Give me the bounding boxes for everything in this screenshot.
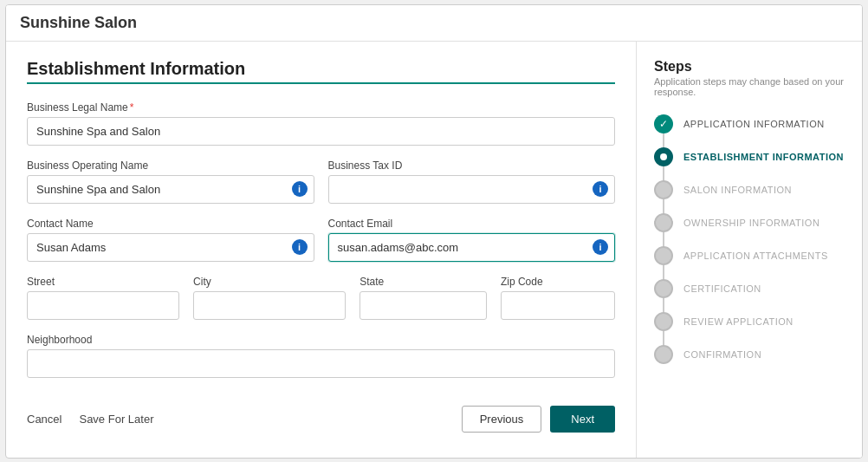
step-label-review-application: REVIEW APPLICATION bbox=[683, 316, 794, 327]
step-label-salon-information: SALON INFORMATION bbox=[683, 185, 792, 195]
business-legal-name-group: Business Legal Name* bbox=[27, 101, 615, 146]
state-label: State bbox=[360, 276, 487, 288]
state-group: State bbox=[360, 276, 487, 320]
step-item-confirmation: CONFIRMATION bbox=[654, 345, 845, 364]
state-wrapper bbox=[360, 291, 487, 320]
business-legal-name-wrapper bbox=[27, 117, 615, 146]
business-operating-name-group: Business Operating Name i bbox=[27, 159, 314, 204]
step-label-application-attachments: APPLICATION ATTACHMENTS bbox=[683, 251, 828, 261]
zip-wrapper bbox=[501, 291, 615, 320]
business-tax-id-group: Business Tax ID i bbox=[328, 159, 616, 204]
step-item-salon-information: SALON INFORMATION bbox=[654, 180, 845, 199]
step-label-application-information: APPLICATION INFORMATION bbox=[683, 119, 825, 129]
main-layout: Establishment Information Business Legal… bbox=[6, 42, 862, 458]
step-circle-review-application bbox=[654, 312, 673, 331]
top-bar: Sunshine Salon bbox=[6, 5, 862, 42]
row-contact: Contact Name i Contact Email i bbox=[27, 218, 615, 262]
business-tax-id-input[interactable] bbox=[328, 175, 616, 204]
business-tax-id-label: Business Tax ID bbox=[328, 159, 616, 172]
contact-email-wrapper: i bbox=[328, 233, 616, 262]
zip-label: Zip Code bbox=[501, 276, 615, 288]
footer-left: Cancel Save For Later bbox=[27, 413, 153, 426]
step-circle-establishment-information bbox=[654, 147, 673, 166]
salon-name: Sunshine Salon bbox=[20, 14, 137, 31]
form-title: Establishment Information bbox=[27, 59, 615, 79]
form-area: Establishment Information Business Legal… bbox=[6, 42, 637, 458]
step-label-ownership-information: OWNERSHIP INFORMATION bbox=[683, 218, 819, 228]
street-input[interactable] bbox=[27, 291, 179, 320]
form-divider bbox=[27, 82, 615, 84]
street-group: Street bbox=[27, 276, 179, 320]
business-legal-name-input[interactable] bbox=[27, 117, 615, 146]
step-label-confirmation: CONFIRMATION bbox=[683, 349, 761, 360]
step-circle-application-attachments bbox=[654, 246, 673, 265]
row-operating-tax: Business Operating Name i Business Tax I… bbox=[27, 159, 615, 204]
contact-email-label: Contact Email bbox=[328, 218, 616, 230]
step-item-establishment-information: ESTABLISHMENT INFORMATION bbox=[654, 147, 845, 166]
business-operating-name-info-icon[interactable]: i bbox=[292, 181, 308, 197]
business-operating-name-input[interactable] bbox=[27, 175, 314, 204]
city-group: City bbox=[193, 276, 346, 320]
step-item-review-application: REVIEW APPLICATION bbox=[654, 312, 845, 331]
main-window: Sunshine Salon Establishment Information… bbox=[5, 4, 863, 459]
business-tax-id-wrapper: i bbox=[328, 175, 616, 204]
contact-name-group: Contact Name i bbox=[27, 218, 314, 262]
row-address: Street City State bbox=[27, 276, 615, 320]
neighborhood-group: Neighborhood bbox=[27, 334, 615, 378]
save-for-later-button[interactable]: Save For Later bbox=[79, 413, 153, 426]
business-operating-name-wrapper: i bbox=[27, 175, 314, 204]
business-tax-id-info-icon[interactable]: i bbox=[593, 181, 608, 197]
contact-email-info-icon[interactable]: i bbox=[593, 239, 608, 255]
step-item-application-information: ✓APPLICATION INFORMATION bbox=[654, 114, 845, 133]
steps-subtitle: Application steps may change based on yo… bbox=[654, 76, 845, 97]
contact-name-input[interactable] bbox=[27, 233, 314, 262]
business-operating-name-label: Business Operating Name bbox=[27, 159, 314, 172]
contact-name-label: Contact Name bbox=[27, 218, 314, 230]
steps-title: Steps bbox=[654, 59, 845, 75]
street-label: Street bbox=[27, 276, 179, 288]
neighborhood-wrapper bbox=[27, 349, 615, 378]
form-footer: Cancel Save For Later Previous Next bbox=[27, 399, 615, 433]
street-wrapper bbox=[27, 291, 179, 320]
step-circle-application-information: ✓ bbox=[654, 114, 673, 133]
contact-name-info-icon[interactable]: i bbox=[292, 239, 308, 255]
footer-right: Previous Next bbox=[462, 406, 615, 433]
step-circle-confirmation bbox=[654, 345, 673, 364]
city-input[interactable] bbox=[193, 291, 346, 320]
checkmark-icon: ✓ bbox=[659, 118, 668, 130]
step-item-ownership-information: OWNERSHIP INFORMATION bbox=[654, 213, 845, 232]
step-item-certification: CERTIFICATION bbox=[654, 279, 845, 298]
step-circle-salon-information bbox=[654, 180, 673, 199]
next-button[interactable]: Next bbox=[550, 406, 615, 433]
step-circle-certification bbox=[654, 279, 673, 298]
step-circle-ownership-information bbox=[654, 213, 673, 232]
neighborhood-label: Neighborhood bbox=[27, 334, 615, 346]
business-legal-name-label: Business Legal Name* bbox=[27, 101, 615, 114]
city-label: City bbox=[193, 276, 346, 288]
step-label-certification: CERTIFICATION bbox=[683, 283, 761, 294]
previous-button[interactable]: Previous bbox=[462, 406, 542, 433]
active-dot bbox=[660, 153, 667, 160]
contact-name-wrapper: i bbox=[27, 233, 314, 262]
step-label-establishment-information: ESTABLISHMENT INFORMATION bbox=[683, 152, 844, 162]
zip-input[interactable] bbox=[501, 291, 615, 320]
state-input[interactable] bbox=[360, 291, 487, 320]
city-wrapper bbox=[193, 291, 346, 320]
zip-group: Zip Code bbox=[501, 276, 615, 320]
contact-email-input[interactable] bbox=[328, 233, 616, 262]
neighborhood-input[interactable] bbox=[27, 349, 615, 378]
step-item-application-attachments: APPLICATION ATTACHMENTS bbox=[654, 246, 845, 265]
steps-list: ✓APPLICATION INFORMATIONESTABLISHMENT IN… bbox=[654, 114, 845, 364]
cancel-button[interactable]: Cancel bbox=[27, 413, 62, 426]
steps-area: Steps Application steps may change based… bbox=[637, 42, 862, 458]
contact-email-group: Contact Email i bbox=[328, 218, 616, 262]
